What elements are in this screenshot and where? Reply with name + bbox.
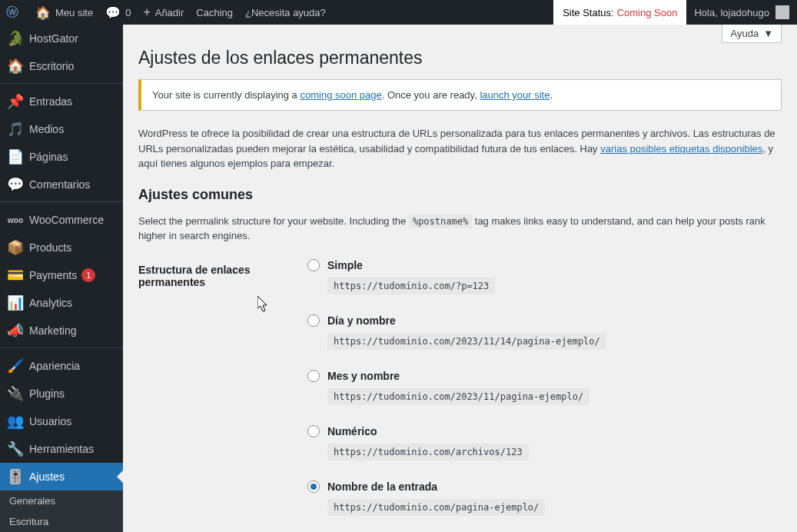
user-greeting[interactable]: Hola, lojadohugo bbox=[686, 0, 797, 25]
hostgator-icon: 🐊 bbox=[8, 31, 23, 46]
radio-day-name[interactable] bbox=[307, 314, 320, 327]
notice-text-end: . bbox=[550, 89, 553, 101]
sidebar-item-label: Payments bbox=[29, 269, 77, 281]
site-status-label: Site Status: bbox=[563, 7, 613, 18]
payments-icon: 💳 bbox=[8, 268, 23, 283]
chevron-down-icon: ▼ bbox=[763, 28, 773, 39]
site-link[interactable]: 🏠Meu site bbox=[29, 0, 99, 25]
sidebar-item-label: Marketing bbox=[29, 324, 76, 337]
option-numeric: Numérico https://tudominio.com/archivos/… bbox=[307, 425, 782, 461]
analytics-icon: 📊 bbox=[8, 295, 23, 311]
example-url: https://tudominio.com/archivos/123 bbox=[327, 444, 529, 461]
sidebar-item-tools[interactable]: 🔧Herramientas bbox=[0, 435, 123, 463]
sidebar-item-appearance[interactable]: 🖌️Apariencia bbox=[0, 352, 123, 380]
dashboard-icon: 🏠 bbox=[8, 58, 23, 74]
help-question-label: ¿Necesita ayuda? bbox=[245, 7, 326, 18]
wordpress-icon: ⓦ bbox=[6, 5, 18, 21]
site-name: Meu site bbox=[55, 7, 93, 18]
avatar bbox=[775, 5, 789, 19]
launch-site-link[interactable]: launch your site bbox=[480, 89, 550, 101]
sidebar-item-label: Páginas bbox=[29, 151, 68, 163]
comments-link[interactable]: 💬0 bbox=[99, 0, 137, 25]
sidebar-item-label: Apariencia bbox=[29, 360, 80, 372]
submenu-item-general[interactable]: Generales bbox=[0, 490, 123, 511]
sidebar-item-label: Comentarios bbox=[29, 178, 90, 191]
sidebar-item-users[interactable]: 👥Usuarios bbox=[0, 407, 123, 435]
plus-icon: + bbox=[143, 5, 150, 19]
submenu-label: Generales bbox=[9, 495, 55, 507]
radio-label[interactable]: Mes y nombre bbox=[327, 370, 400, 382]
radio-label[interactable]: Numérico bbox=[327, 425, 377, 437]
radio-post-name[interactable] bbox=[307, 480, 320, 493]
plugin-icon: 🔌 bbox=[8, 386, 23, 401]
radio-simple[interactable] bbox=[307, 259, 320, 271]
sliders-icon: 🎚️ bbox=[8, 469, 23, 484]
sidebar-item-label: Plugins bbox=[29, 387, 65, 400]
comment-icon: 💬 bbox=[105, 5, 121, 20]
menu-separator bbox=[0, 344, 123, 348]
tags-available-link[interactable]: varias posibles etiquetas disponibles bbox=[600, 143, 762, 155]
help-tab[interactable]: Ayuda▼ bbox=[722, 25, 782, 43]
example-url: https://tudominio.com/?p=123 bbox=[327, 278, 495, 294]
sidebar-item-media[interactable]: 🎵Medios bbox=[0, 115, 123, 143]
badge: 1 bbox=[81, 268, 95, 282]
sidebar-item-settings[interactable]: 🎚️Ajustes bbox=[0, 463, 123, 490]
sidebar-item-products[interactable]: 📦Products bbox=[0, 234, 123, 261]
example-url: https://tudominio.com/2023/11/14/pagina-… bbox=[327, 333, 606, 350]
sidebar-item-label: Herramientas bbox=[29, 443, 94, 455]
sidebar-item-dashboard[interactable]: 🏠Escritorio bbox=[0, 52, 123, 80]
example-url: https://tudominio.com/2023/11/pagina-eje… bbox=[327, 388, 589, 405]
add-new-label: Añadir bbox=[155, 7, 184, 18]
permalink-form: Estructura de enlaces permanentes Simple… bbox=[138, 259, 782, 533]
submenu-label: Escritura bbox=[9, 516, 48, 527]
notice-text-mid: . Once you are ready, bbox=[382, 89, 480, 101]
sidebar-item-woocommerce[interactable]: wooWooCommerce bbox=[0, 206, 123, 234]
site-status[interactable]: Site Status:Coming Soon bbox=[553, 0, 686, 25]
common-settings-heading: Ajustes comunes bbox=[138, 187, 782, 203]
intro-paragraph: WordPress te ofrece la posibilidad de cr… bbox=[138, 126, 782, 171]
coming-soon-link[interactable]: coming soon page bbox=[300, 89, 381, 101]
option-post-name: Nombre de la entrada https://tudominio.c… bbox=[307, 480, 782, 516]
help-question-link[interactable]: ¿Necesita ayuda? bbox=[239, 0, 332, 25]
example-url: https://tudominio.com/pagina-ejemplo/ bbox=[327, 499, 545, 516]
home-icon: 🏠 bbox=[35, 5, 51, 20]
submenu-item-writing[interactable]: Escritura bbox=[0, 511, 123, 532]
sidebar-item-label: WooCommerce bbox=[29, 214, 104, 226]
brush-icon: 🖌️ bbox=[8, 358, 23, 374]
toolbar-left: ⓦ 🏠Meu site 💬0 +Añadir Caching ¿Necesita… bbox=[0, 0, 553, 25]
users-icon: 👥 bbox=[8, 414, 23, 429]
menu-separator bbox=[0, 198, 123, 202]
sidebar-item-marketing[interactable]: 📣Marketing bbox=[0, 317, 123, 344]
common-settings-desc: Select the permalink structure for your … bbox=[138, 214, 782, 244]
caching-link[interactable]: Caching bbox=[190, 0, 239, 25]
add-new-link[interactable]: +Añadir bbox=[137, 0, 190, 25]
sidebar-item-hostgator[interactable]: 🐊HostGator bbox=[0, 25, 123, 52]
structure-options: Simple https://tudominio.com/?p=123 Día … bbox=[307, 259, 782, 533]
sidebar-item-label: Products bbox=[29, 241, 71, 254]
sidebar-item-label: Medios bbox=[29, 123, 64, 135]
woo-icon: woo bbox=[8, 212, 23, 228]
admin-sidebar: 🐊HostGator 🏠Escritorio 📌Entradas 🎵Medios… bbox=[0, 25, 123, 532]
coming-soon-notice: Your site is currently displaying a comi… bbox=[138, 79, 782, 111]
notice-text-pre: Your site is currently displaying a bbox=[152, 89, 300, 101]
radio-label[interactable]: Simple bbox=[327, 259, 363, 271]
radio-month-name[interactable] bbox=[307, 370, 320, 382]
sidebar-item-posts[interactable]: 📌Entradas bbox=[0, 88, 123, 115]
sidebar-item-payments[interactable]: 💳Payments1 bbox=[0, 261, 123, 289]
page-icon: 📄 bbox=[8, 149, 23, 165]
help-tab-label: Ayuda bbox=[730, 28, 759, 39]
option-simple: Simple https://tudominio.com/?p=123 bbox=[307, 259, 782, 294]
sidebar-item-analytics[interactable]: 📊Analytics bbox=[0, 289, 123, 317]
wp-logo[interactable]: ⓦ bbox=[0, 0, 29, 25]
option-day-name: Día y nombre https://tudominio.com/2023/… bbox=[307, 314, 782, 350]
radio-label[interactable]: Nombre de la entrada bbox=[327, 480, 437, 493]
toolbar-right: Site Status:Coming Soon Hola, lojadohugo bbox=[553, 0, 797, 25]
radio-label[interactable]: Día y nombre bbox=[327, 314, 396, 327]
sidebar-item-comments[interactable]: 💬Comentarios bbox=[0, 171, 123, 198]
sidebar-item-pages[interactable]: 📄Páginas bbox=[0, 143, 123, 171]
radio-numeric[interactable] bbox=[307, 425, 320, 437]
products-icon: 📦 bbox=[8, 240, 23, 255]
sidebar-item-plugins[interactable]: 🔌Plugins bbox=[0, 380, 123, 407]
admin-toolbar: ⓦ 🏠Meu site 💬0 +Añadir Caching ¿Necesita… bbox=[0, 0, 797, 25]
sidebar-item-label: Entradas bbox=[29, 95, 72, 108]
